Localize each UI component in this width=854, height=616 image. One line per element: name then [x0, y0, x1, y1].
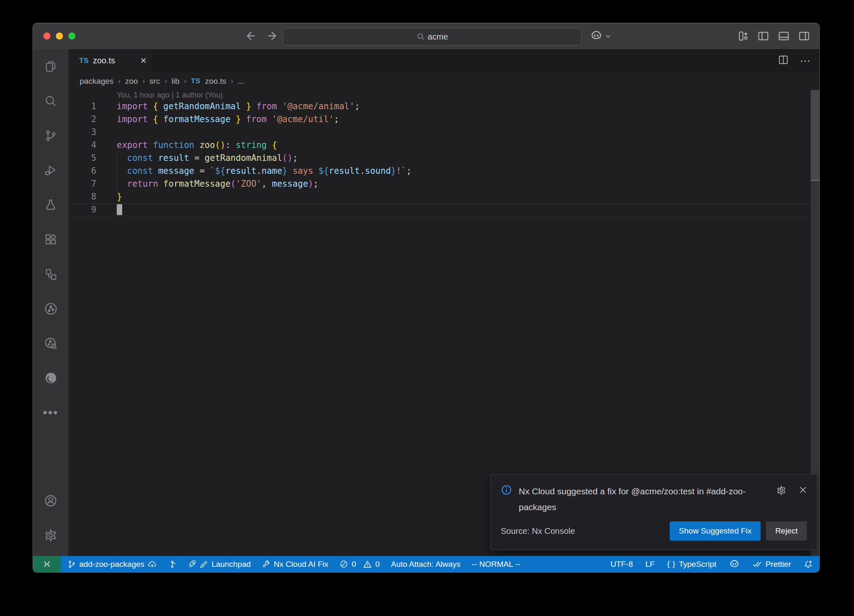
scrollbar-thumb[interactable] [811, 90, 820, 181]
notification-close-icon[interactable] [798, 485, 808, 497]
vim-mode-item[interactable]: -- NORMAL -- [472, 560, 520, 569]
show-suggested-fix-button[interactable]: Show Suggested Fix [670, 521, 761, 541]
copilot-icon [729, 559, 740, 570]
more-views-icon[interactable]: ••• [33, 395, 68, 430]
chevron-right-icon: › [184, 77, 186, 85]
testing-icon[interactable] [33, 188, 68, 222]
remote-indicator[interactable] [33, 556, 61, 572]
breadcrumb-item[interactable]: zoo [125, 77, 138, 86]
git-branch-icon [68, 560, 76, 568]
problems-item[interactable]: 0 0 [339, 560, 379, 569]
nx-cloud-ai-fix-item[interactable]: Nx Cloud AI Fix [262, 560, 328, 569]
warnings-icon [363, 560, 372, 569]
breadcrumb-overflow[interactable]: ... [238, 77, 244, 86]
copilot-icon [590, 30, 603, 44]
command-center-search[interactable]: acme [283, 28, 582, 45]
warning-count: 0 [375, 560, 380, 569]
customize-layout-icon[interactable] [737, 30, 749, 42]
rocket-icon [188, 560, 196, 568]
line-number: 3 [68, 126, 96, 139]
explorer-icon[interactable] [33, 49, 68, 84]
code-line-4: 4 export function zoo(): string { [68, 139, 820, 152]
copilot-status-item[interactable] [729, 559, 740, 570]
vscode-window: acme ••• TS zoo.ts ✕ [33, 23, 820, 573]
language-label: TypeScript [679, 560, 716, 569]
chevron-right-icon: › [231, 77, 233, 85]
line-number: 7 [68, 178, 96, 190]
chevron-right-icon: › [165, 77, 167, 85]
chevron-down-icon [605, 33, 611, 41]
git-graph-icon [168, 560, 176, 568]
forward-arrow-icon[interactable] [266, 29, 279, 43]
notifications-bell-item[interactable] [804, 560, 813, 569]
toggle-primary-sidebar-icon[interactable] [757, 30, 769, 42]
errors-icon [339, 560, 348, 568]
activity-bar: ••• [33, 49, 68, 557]
search-icon [417, 33, 425, 41]
settings-gear-icon[interactable] [33, 518, 68, 553]
nx-project-details-icon[interactable] [33, 326, 68, 361]
eol-item[interactable]: LF [646, 560, 655, 569]
extensions-icon[interactable] [33, 222, 68, 257]
code-line-1: 1 import { getRandomAnimal } from '@acme… [68, 100, 820, 113]
encoding-item[interactable]: UTF-8 [610, 560, 633, 569]
nx-console-icon[interactable] [33, 257, 68, 291]
language-mode-item[interactable]: { } TypeScript [667, 560, 716, 569]
chevron-right-icon: › [143, 77, 145, 85]
text-cursor [117, 204, 122, 215]
info-icon [501, 484, 512, 515]
toggle-panel-icon[interactable] [778, 30, 790, 42]
error-count: 0 [352, 560, 356, 569]
traffic-lights [43, 33, 75, 40]
typescript-file-icon: TS [191, 77, 201, 85]
reject-button[interactable]: Reject [766, 521, 807, 541]
back-arrow-icon[interactable] [244, 29, 257, 43]
notification-toast: Nx Cloud suggested a fix for @acme/zoo:t… [490, 474, 817, 550]
wrench-icon [262, 560, 270, 568]
search-sidebar-icon[interactable] [33, 84, 68, 118]
nx-project-graph-icon[interactable] [33, 291, 68, 326]
source-control-icon[interactable] [33, 118, 68, 153]
tab-zoo-ts[interactable]: TS zoo.ts ✕ [68, 49, 153, 72]
close-window-button[interactable] [43, 33, 50, 40]
search-value: acme [428, 32, 448, 42]
breadcrumb-item[interactable]: packages [80, 77, 113, 86]
breadcrumb: packages › zoo › src › lib › TS zoo.ts ›… [68, 72, 820, 90]
line-number: 2 [68, 113, 96, 126]
tab-bar: TS zoo.ts ✕ ⋯ [68, 49, 820, 72]
source-control-graph-item[interactable] [168, 560, 176, 568]
line-number: 8 [68, 190, 96, 203]
minimize-window-button[interactable] [56, 33, 63, 40]
publish-cloud-icon [148, 560, 157, 569]
launchpad-item[interactable]: Launchpad [188, 560, 251, 569]
auto-attach-item[interactable]: Auto Attach: Always [391, 560, 460, 569]
formatter-label: Prettier [766, 560, 791, 569]
split-editor-icon[interactable] [778, 54, 789, 67]
zoom-window-button[interactable] [68, 33, 75, 40]
tab-label: zoo.ts [93, 56, 136, 65]
double-check-icon [752, 559, 762, 569]
copilot-menu[interactable] [590, 30, 611, 44]
notification-settings-gear-icon[interactable] [776, 485, 786, 497]
code-line-2: 2 import { formatMessage } from '@acme/u… [68, 113, 820, 126]
edge-browser-icon[interactable] [33, 361, 68, 395]
notification-source: Source: Nx Console [501, 526, 575, 536]
branch-name: add-zoo-packages [79, 560, 144, 569]
formatter-item[interactable]: Prettier [752, 559, 791, 569]
code-line-9-current: 9 [68, 203, 820, 216]
run-debug-icon[interactable] [33, 153, 68, 188]
tab-close-icon[interactable]: ✕ [140, 56, 147, 65]
paintbrush-icon [200, 560, 208, 568]
braces-icon: { } [667, 560, 676, 568]
git-branch-item[interactable]: add-zoo-packages [68, 560, 157, 569]
line-number: 1 [68, 100, 96, 113]
git-blame-annotation: You, 1 hour ago | 1 author (You) [117, 90, 223, 100]
breadcrumb-item[interactable]: lib [171, 77, 179, 86]
breadcrumb-file[interactable]: zoo.ts [205, 77, 226, 86]
status-bar: add-zoo-packages Launchpad Nx Cloud AI F… [33, 556, 819, 572]
account-icon[interactable] [33, 483, 68, 518]
typescript-file-icon: TS [79, 57, 89, 65]
toggle-secondary-sidebar-icon[interactable] [798, 30, 810, 42]
line-number: 5 [68, 152, 96, 165]
breadcrumb-item[interactable]: src [149, 77, 160, 86]
